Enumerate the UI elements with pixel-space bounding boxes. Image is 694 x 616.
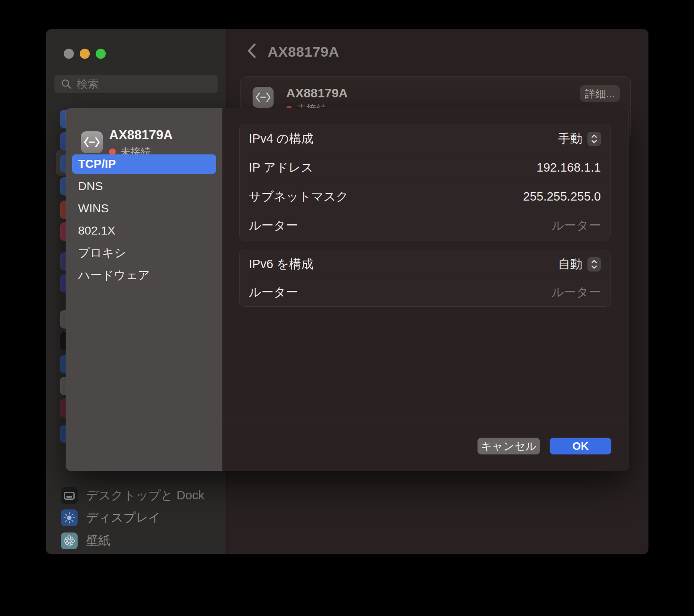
popup-chevrons-icon[interactable] xyxy=(587,132,601,146)
sidebar-item-desktop-and-dock[interactable]: デスクトップと Dock xyxy=(46,486,227,505)
ethernet-adapter-icon xyxy=(81,131,103,153)
dialog-device-name: AX88179A xyxy=(109,128,173,143)
router-field[interactable]: ルーター xyxy=(552,284,601,301)
footer-divider xyxy=(222,420,629,420)
page-header: AX88179A xyxy=(227,29,648,71)
device-name: AX88179A xyxy=(286,86,348,100)
field-label: IP アドレス xyxy=(249,159,313,176)
search-icon xyxy=(61,78,72,89)
back-chevron-icon[interactable] xyxy=(247,43,257,59)
field-label: サブネットマスク xyxy=(249,188,348,205)
ipv6-router-row: ルーター ルーター xyxy=(240,278,610,306)
display-icon xyxy=(61,509,78,526)
router-field[interactable]: ルーター xyxy=(552,217,601,234)
desktop-background: 検索 デスクトップと Dock xyxy=(0,0,694,616)
ok-button[interactable]: OK xyxy=(550,438,611,454)
search-placeholder: 検索 xyxy=(77,77,99,91)
ip-address-field[interactable]: 192.168.1.1 xyxy=(537,161,601,175)
sidebar-item-label: 壁紙 xyxy=(86,532,110,549)
search-input[interactable]: 検索 xyxy=(55,75,218,93)
sidebar-item-label: デスクトップと Dock xyxy=(86,487,204,504)
tcpip-settings-dialog: AX88179A 未接続 TCP/IP DNS WINS 802.1X プロキシ… xyxy=(66,108,629,471)
wallpaper-icon xyxy=(61,532,78,549)
cancel-button[interactable]: キャンセル xyxy=(477,438,540,454)
system-settings-window: 検索 デスクトップと Dock xyxy=(46,29,648,554)
window-minimize-button[interactable] xyxy=(80,49,90,59)
tab-tcpip[interactable]: TCP/IP xyxy=(72,154,216,174)
ipv4-configure-row: IPv4 の構成 手動 xyxy=(240,124,610,153)
ipv4-settings-group: IPv4 の構成 手動 IP アドレス xyxy=(239,124,611,240)
ip-address-row: IP アドレス 192.168.1.1 xyxy=(240,153,610,182)
dialog-main-pane: IPv4 の構成 手動 IP アドレス xyxy=(222,108,629,471)
dialog-sidebar: AX88179A 未接続 TCP/IP DNS WINS 802.1X プロキシ… xyxy=(66,108,222,471)
ipv6-settings-group: IPv6 を構成 自動 ルーター xyxy=(239,250,611,307)
popup-selected-value: 自動 xyxy=(558,256,582,273)
subnet-mask-field[interactable]: 255.255.255.0 xyxy=(523,190,601,204)
page-title: AX88179A xyxy=(268,44,339,60)
tab-proxy[interactable]: プロキシ xyxy=(72,243,216,263)
tab-hardware[interactable]: ハードウェア xyxy=(72,266,216,285)
window-close-button[interactable] xyxy=(64,49,74,59)
dialog-tab-list: TCP/IP DNS WINS 802.1X プロキシ ハードウェア xyxy=(72,154,216,285)
field-label: IPv6 を構成 xyxy=(249,256,313,273)
ipv4-router-row: ルーター ルーター xyxy=(240,211,610,240)
details-button[interactable]: 詳細... xyxy=(580,85,620,102)
popup-selected-value: 手動 xyxy=(558,131,582,147)
popup-chevrons-icon[interactable] xyxy=(587,257,601,271)
sidebar-item-wallpaper[interactable]: 壁紙 xyxy=(46,531,227,551)
field-label: ルーター xyxy=(249,284,298,301)
sidebar-item-label: ディスプレイ xyxy=(86,509,161,526)
field-label: IPv4 の構成 xyxy=(249,131,313,147)
ethernet-adapter-icon xyxy=(253,87,274,108)
field-label: ルーター xyxy=(249,217,298,234)
window-zoom-button[interactable] xyxy=(96,49,106,59)
desktop-dock-icon xyxy=(61,487,78,504)
tab-dns[interactable]: DNS xyxy=(72,177,216,196)
subnet-mask-row: サブネットマスク 255.255.255.0 xyxy=(240,182,610,211)
ipv6-configure-row: IPv6 を構成 自動 xyxy=(240,250,610,278)
tab-8021x[interactable]: 802.1X xyxy=(72,221,216,240)
sidebar-item-display[interactable]: ディスプレイ xyxy=(46,508,227,527)
tab-wins[interactable]: WINS xyxy=(72,199,216,218)
